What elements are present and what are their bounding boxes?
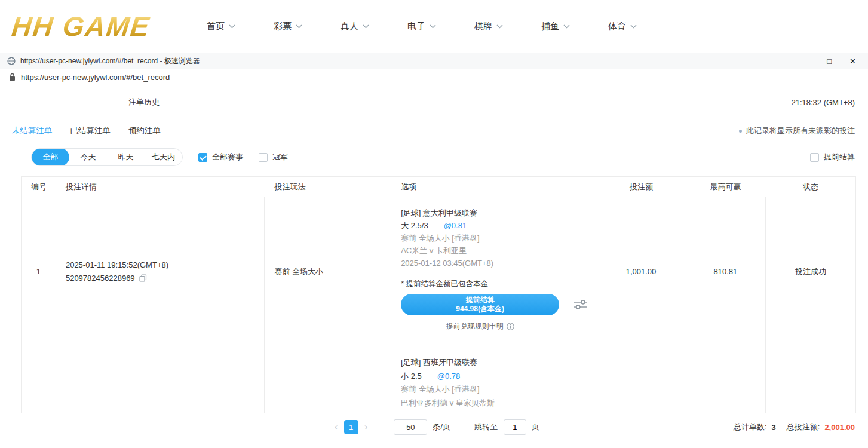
globe-icon xyxy=(7,57,16,65)
max-win xyxy=(685,346,766,413)
match-time: 2025-01-12 03:45(GMT+8) xyxy=(401,257,597,269)
all-events-label: 全部赛事 xyxy=(212,152,243,162)
early-settle-checkbox[interactable] xyxy=(810,153,819,162)
bet-record-table: 编号 投注详情 投注玩法 选项 投注额 最高可赢 状态 1 2025-01-11… xyxy=(21,176,856,413)
prev-page-icon[interactable]: ‹ xyxy=(335,421,338,433)
nav-item-fishing[interactable]: 捕鱼 xyxy=(541,21,570,32)
all-events-filter[interactable]: 全部赛事 xyxy=(198,152,243,162)
total-count-label: 总计单数: xyxy=(734,422,767,432)
range-seven-days[interactable]: 七天内 xyxy=(145,148,182,166)
cashout-settings-slider-icon[interactable] xyxy=(573,299,588,310)
bet-option-cell: [足球] 西班牙甲级联赛 小 2.5 @0.78 赛前 全场大小 [香港盘] 巴… xyxy=(391,346,597,413)
col-header-play: 投注玩法 xyxy=(265,182,391,192)
champion-filter[interactable]: 冠军 xyxy=(259,152,288,162)
match-teams: 巴利亚多利德 v 皇家贝蒂斯 xyxy=(401,397,597,410)
nav-item-home[interactable]: 首页 xyxy=(207,21,235,32)
site-top-nav: HH GAME 首页 彩票 真人 电子 棋牌 捕鱼 体育 xyxy=(0,0,868,53)
chevron-down-icon xyxy=(630,24,637,29)
minimize-button[interactable]: — xyxy=(801,57,809,65)
main-menu: 首页 彩票 真人 电子 棋牌 捕鱼 体育 xyxy=(207,21,637,32)
nav-item-live[interactable]: 真人 xyxy=(341,21,369,32)
nav-item-cards[interactable]: 棋牌 xyxy=(474,21,503,32)
tabs-note: 此记录将显示所有未派彩的投注 xyxy=(739,125,855,136)
jump-page-input[interactable] xyxy=(504,419,526,435)
chevron-down-icon xyxy=(229,24,235,29)
table-header-row: 编号 投注详情 投注玩法 选项 投注额 最高可赢 状态 xyxy=(22,177,855,197)
cashout-button-label: 提前结算 xyxy=(466,296,495,305)
tab-unsettled[interactable]: 未结算注单 xyxy=(12,125,53,136)
range-today[interactable]: 今天 xyxy=(69,148,107,166)
nav-item-sports[interactable]: 体育 xyxy=(608,21,637,32)
site-logo[interactable]: HH GAME xyxy=(10,10,181,42)
nav-item-lottery[interactable]: 彩票 xyxy=(274,21,302,32)
row-no: 1 xyxy=(22,197,56,346)
col-header-no: 编号 xyxy=(22,182,56,192)
address-url[interactable]: https://user-pc-new.jylywl.com/#/bet_rec… xyxy=(21,73,170,82)
tab-settled[interactable]: 已结算注单 xyxy=(70,125,111,136)
bet-time: 2025-01-11 19:15:52(GMT+8) xyxy=(66,259,265,272)
col-header-amount: 投注额 xyxy=(597,182,686,192)
champion-checkbox[interactable] xyxy=(259,153,268,162)
date-range-group: 全部 今天 昨天 七天内 xyxy=(31,148,183,166)
window-controls: — □ ✕ xyxy=(801,57,861,65)
page-title: 注单历史 xyxy=(128,97,160,108)
col-header-detail: 投注详情 xyxy=(56,182,265,192)
current-page-button[interactable]: 1 xyxy=(344,420,358,434)
market-type: 赛前 全场大小 [香港盘] xyxy=(401,383,597,397)
range-all[interactable]: 全部 xyxy=(32,148,69,166)
pagination-bar: ‹ 1 › 条/页 跳转至 页 总计单数: 3 总投注额: 2,001.00 xyxy=(0,413,868,441)
bet-id-line: 5209782456228969 xyxy=(66,272,265,285)
nav-item-label: 首页 xyxy=(207,21,225,32)
chevron-down-icon xyxy=(430,24,436,29)
nav-item-label: 捕鱼 xyxy=(541,21,559,32)
info-icon[interactable] xyxy=(507,323,514,330)
maximize-button[interactable]: □ xyxy=(827,57,832,65)
bet-detail-cell xyxy=(56,346,265,413)
per-page-label: 条/页 xyxy=(433,422,450,432)
bet-play-cell: 赛前 全场大小 xyxy=(265,197,391,346)
table-row: [足球] 西班牙甲级联赛 小 2.5 @0.78 赛前 全场大小 [香港盘] 巴… xyxy=(22,346,855,413)
chevron-down-icon xyxy=(496,24,503,29)
browser-addressbar[interactable]: https://user-pc-new.jylywl.com/#/bet_rec… xyxy=(0,69,868,85)
bet-play-cell xyxy=(265,346,391,413)
match-teams: AC米兰 v 卡利亚里 xyxy=(401,244,597,257)
pick-line: 小 2.5 @0.78 xyxy=(401,370,597,383)
cashout-note: * 提前结算金额已包含本金 xyxy=(401,278,597,290)
nav-item-slots[interactable]: 电子 xyxy=(407,21,436,32)
chevron-down-icon xyxy=(563,24,570,29)
total-count-value: 3 xyxy=(772,423,776,432)
bet-detail-cell: 2025-01-11 19:15:52(GMT+8) 5209782456228… xyxy=(56,197,265,346)
col-header-option: 选项 xyxy=(391,182,597,192)
copy-icon[interactable] xyxy=(139,274,147,282)
record-tabs: 未结算注单 已结算注单 预约注单 此记录将显示所有未派彩的投注 xyxy=(0,119,868,143)
bet-time-text: 2025-01-11 19:15:52(GMT+8) xyxy=(66,259,168,272)
close-button[interactable]: ✕ xyxy=(849,57,856,65)
totals-summary: 总计单数: 3 总投注额: 2,001.00 xyxy=(734,422,855,432)
page-header: 注单历史 21:18:32 (GMT+8) xyxy=(0,85,868,119)
note-dot-icon xyxy=(739,130,742,133)
chevron-down-icon xyxy=(363,24,369,29)
window-title: https://user-pc-new.jylywl.com/#/bet_rec… xyxy=(20,56,200,66)
browser-titlebar: https://user-pc-new.jylywl.com/#/bet_rec… xyxy=(0,53,868,69)
bet-id-text: 5209782456228969 xyxy=(66,272,135,285)
cashout-button-amount: 944.98(含本金) xyxy=(456,305,504,314)
nav-item-label: 彩票 xyxy=(274,21,292,32)
early-settle-filter[interactable]: 提前结算 xyxy=(810,152,855,162)
nav-item-label: 电子 xyxy=(407,21,425,32)
range-yesterday[interactable]: 昨天 xyxy=(107,148,145,166)
max-win: 810.81 xyxy=(685,197,766,346)
next-page-icon[interactable]: › xyxy=(364,421,368,433)
per-page-input[interactable] xyxy=(394,419,427,435)
lock-icon[interactable] xyxy=(9,73,16,81)
cashout-button[interactable]: 提前结算 944.98(含本金) xyxy=(401,294,559,315)
col-header-status: 状态 xyxy=(766,182,855,192)
status-badge: 投注成功 xyxy=(766,197,855,346)
tab-reserved[interactable]: 预约注单 xyxy=(128,125,161,136)
tabs-note-text: 此记录将显示所有未派彩的投注 xyxy=(746,125,855,136)
pick-selection: 小 2.5 xyxy=(401,370,422,383)
bet-option-cell: [足球] 意大利甲级联赛 大 2.5/3 @0.81 赛前 全场大小 [香港盘]… xyxy=(391,197,597,346)
league-name: [足球] 西班牙甲级联赛 xyxy=(401,356,597,370)
pick-selection: 大 2.5/3 xyxy=(401,219,428,232)
cashout-rules-link[interactable]: 提前兑现规则申明 xyxy=(401,321,559,332)
all-events-checkbox[interactable] xyxy=(198,153,207,162)
